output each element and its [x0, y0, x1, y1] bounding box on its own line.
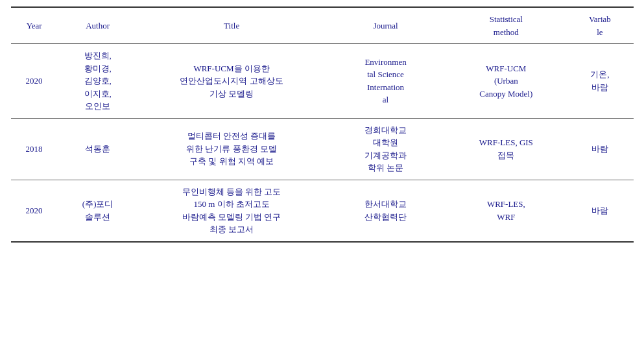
header-row: Year Author Title Journal Statisticalmet… [11, 7, 634, 44]
cell-title: 멀티콥터 안전성 증대를위한 난기류 풍환경 모델구축 및 위험 지역 예보 [138, 118, 326, 180]
header-variable: Variable [566, 7, 633, 44]
cell-year: 2018 [11, 118, 58, 180]
cell-author: (주)포디솔루션 [58, 180, 138, 242]
cell-journal: Environmental ScienceInternational [326, 44, 446, 119]
table-row: 2020(주)포디솔루션무인비행체 등을 위한 고도150 m 이하 초저고도바… [11, 180, 634, 242]
table-row: 2018석동훈멀티콥터 안전성 증대를위한 난기류 풍환경 모델구축 및 위험 … [11, 118, 634, 180]
header-title: Title [138, 7, 326, 44]
cell-title: WRF-UCM을 이용한연안산업도시지역 고해상도기상 모델링 [138, 44, 326, 119]
cell-variable: 바람 [566, 118, 633, 180]
cell-journal: 경희대학교대학원기계공학과학위 논문 [326, 118, 446, 180]
cell-variable: 바람 [566, 180, 633, 242]
cell-variable: 기온,바람 [566, 44, 633, 119]
cell-journal: 한서대학교산학협력단 [326, 180, 446, 242]
header-author: Author [58, 7, 138, 44]
cell-stat_method: WRF-LES,WRF [446, 180, 566, 242]
cell-author: 방진희,황미경,김양호,이지호,오인보 [58, 44, 138, 119]
cell-stat_method: WRF-LES, GIS접목 [446, 118, 566, 180]
cell-author: 석동훈 [58, 118, 138, 180]
header-year: Year [11, 7, 58, 44]
cell-year: 2020 [11, 44, 58, 119]
research-table: Year Author Title Journal Statisticalmet… [11, 6, 634, 243]
cell-title: 무인비행체 등을 위한 고도150 m 이하 초저고도바람예측 모델링 기법 연… [138, 180, 326, 242]
header-journal: Journal [326, 7, 446, 44]
table-row: 2020방진희,황미경,김양호,이지호,오인보WRF-UCM을 이용한연안산업도… [11, 44, 634, 119]
header-stat-method: Statisticalmethod [446, 7, 566, 44]
main-table-container: Year Author Title Journal Statisticalmet… [11, 6, 634, 243]
cell-year: 2020 [11, 180, 58, 242]
cell-stat_method: WRF-UCM(UrbanCanopy Model) [446, 44, 566, 119]
